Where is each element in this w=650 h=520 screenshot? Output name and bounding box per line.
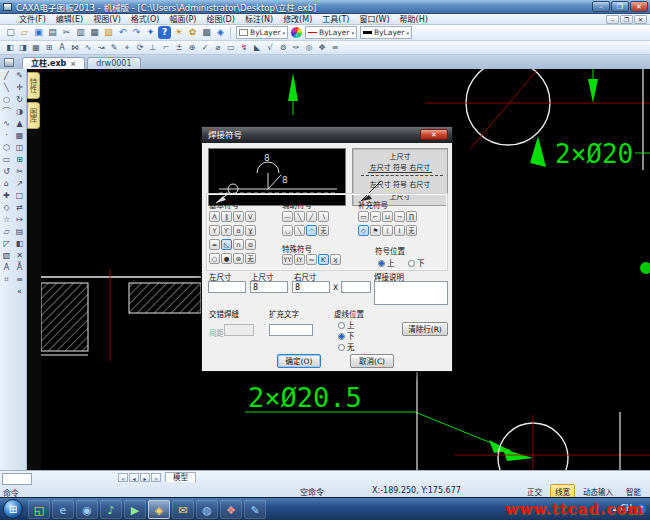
count-input[interactable] [341,281,371,293]
draw-tool-icon[interactable]: ⌂ [1,178,13,190]
draw-tool-icon[interactable]: ⬡ [1,142,13,154]
special-symbol-button[interactable]: ϗ [330,254,341,265]
sheet-nav-button[interactable]: ▸ [140,473,150,482]
aux-symbol-button[interactable]: ∖ [318,211,329,222]
restore-button[interactable]: ❐ [611,1,629,12]
modify-tool-icon[interactable]: ⇄ [14,202,26,214]
sheet-nav-button[interactable]: » [151,473,161,482]
basic-symbol-button[interactable]: V [233,211,244,222]
minimize-button[interactable]: – [592,1,610,12]
supp-symbol-button[interactable]: ⟨ [382,225,393,236]
menu-item[interactable]: 格式(O) [126,14,165,25]
draw-tool-icon[interactable]: ▧ [1,250,13,262]
draw-tool-icon[interactable]: A [1,262,13,274]
position-bottom-radio[interactable]: 下 [408,257,425,268]
draw-tool-icon[interactable]: ✚ [1,190,13,202]
menu-item[interactable]: 窗口(W) [354,14,394,25]
dimension-text-top[interactable]: 2×Ø20 [555,139,633,169]
modify-tool-icon[interactable]: ⊞ [14,154,26,166]
basic-symbol-button[interactable]: = [209,239,220,250]
supp-symbol-button[interactable]: ⊔ [382,211,393,222]
basic-symbol-button[interactable]: Λ [209,211,220,222]
sheet-nav-button[interactable]: ◂ [129,473,139,482]
rect-icon[interactable]: ▭ [225,42,237,54]
tolerance-icon[interactable]: ± [173,42,185,54]
right-dim-input[interactable] [292,281,330,293]
basic-symbol-button[interactable]: ○ [209,253,220,264]
taskbar-app-icon[interactable]: ◈ [148,500,170,519]
ole-icon[interactable]: ▦ [30,42,42,54]
menu-item[interactable]: 视图(V) [88,14,126,25]
diameter-icon[interactable]: ⌀ [212,42,224,54]
leader-icon[interactable]: ↝ [95,42,107,54]
save-icon[interactable]: ▣ [32,26,45,39]
supp-symbol-button[interactable]: I [394,225,405,236]
pan-icon[interactable]: ✥ [316,42,328,54]
modify-tool-icon[interactable]: ▤ [14,226,26,238]
menu-item[interactable]: 文件(F) [14,14,51,25]
menu-item[interactable]: 帮助(H) [395,14,433,25]
modify-tool-icon[interactable]: ↻ [14,94,26,106]
basic-symbol-button[interactable]: ʊ [233,225,244,236]
dim-icon[interactable]: ⌐ [160,42,172,54]
taskbar-app-icon[interactable]: ◍ [196,500,218,519]
draw-tool-icon[interactable]: ╲ [1,82,13,94]
menu-item[interactable]: 工具(T) [317,14,354,25]
basic-symbol-button[interactable]: Ɣ [245,225,256,236]
hyperlink-icon[interactable]: ✦ [144,26,157,39]
undo-icon[interactable]: ↶ [116,26,129,39]
draw-tool-icon[interactable]: ⌗ [1,274,13,286]
sheet-nav-button[interactable]: « [118,473,128,482]
basic-symbol-button[interactable]: Ѵ [245,211,256,222]
panel-tab-library[interactable]: 图库 [27,102,40,129]
special-symbol-button[interactable]: ∾ [306,254,317,265]
modify-tool-icon[interactable]: « [14,286,26,298]
sketch-icon[interactable]: ✎ [108,42,120,54]
clear-row-button[interactable]: 清除行(R) [402,322,448,336]
datum-icon[interactable]: ⊕ [186,42,198,54]
basic-symbol-button[interactable]: Y [209,225,220,236]
zoom-icon[interactable]: ◎ [303,42,315,54]
roughness-icon[interactable]: √ [264,42,276,54]
taskbar-app-icon[interactable]: ◉ [76,500,98,519]
taskbar-app-icon[interactable]: ❖ [220,500,242,519]
open-folder-icon[interactable]: ▱ [18,26,31,39]
special-symbol-button[interactable]: Ƙ [318,254,329,265]
draw-tool-icon[interactable]: ○ [1,94,13,106]
basic-symbol-button[interactable]: ∥ [221,211,232,222]
child-close-button[interactable]: ✕ [634,15,647,24]
basic-symbol-button[interactable]: 无 [245,253,256,264]
spline-icon[interactable]: ∿ [82,42,94,54]
dash-none-radio[interactable]: 无 [338,341,355,352]
aux-symbol-button[interactable]: — [282,211,293,222]
panel-tab-properties[interactable]: 特性 [27,72,40,99]
menu-item[interactable]: 标注(N) [240,14,278,25]
basic-symbol-button[interactable]: Ƴ [221,225,232,236]
color-bylayer-dropdown[interactable]: ByLayer ▾ [236,26,288,39]
modify-tool-icon[interactable]: ▲ [14,118,26,130]
aux-symbol-button[interactable]: ╱ [306,211,317,222]
basic-symbol-button[interactable]: ⊜ [233,253,244,264]
taskbar-app-icon[interactable]: e [52,500,74,519]
taskbar-app-icon[interactable]: ◱ [28,500,50,519]
redo-icon[interactable]: ↷ [130,26,143,39]
table-icon[interactable]: ⊞ [43,42,55,54]
basic-symbol-button[interactable]: ● [221,253,232,264]
left-dim-input[interactable] [208,281,246,293]
supp-symbol-button[interactable]: 无 [406,225,417,236]
menu-item[interactable]: 幅面(P) [164,14,201,25]
cut-icon[interactable]: ✂ [60,26,73,39]
dim-style-icon[interactable]: ⋈ [69,42,81,54]
close-button[interactable]: ✕ [630,1,648,12]
aux-symbol-button[interactable]: 无 [318,225,329,236]
linetype-bylayer-dropdown[interactable]: ByLayer ▾ [305,26,357,39]
break-icon[interactable]: ↯ [238,42,250,54]
special-symbol-button[interactable]: ΙΥ [294,254,305,265]
layer-icon[interactable]: ◧ [4,42,16,54]
modify-tool-icon[interactable]: ✂ [14,166,26,178]
edit-icon[interactable]: ✑ [290,42,302,54]
doc-tab-inactive[interactable]: drw0001 [87,57,140,69]
supp-symbol-button[interactable]: ⌐ [370,211,381,222]
draw-tool-icon[interactable]: ▭ [1,154,13,166]
modify-tool-icon[interactable]: □ [14,190,26,202]
